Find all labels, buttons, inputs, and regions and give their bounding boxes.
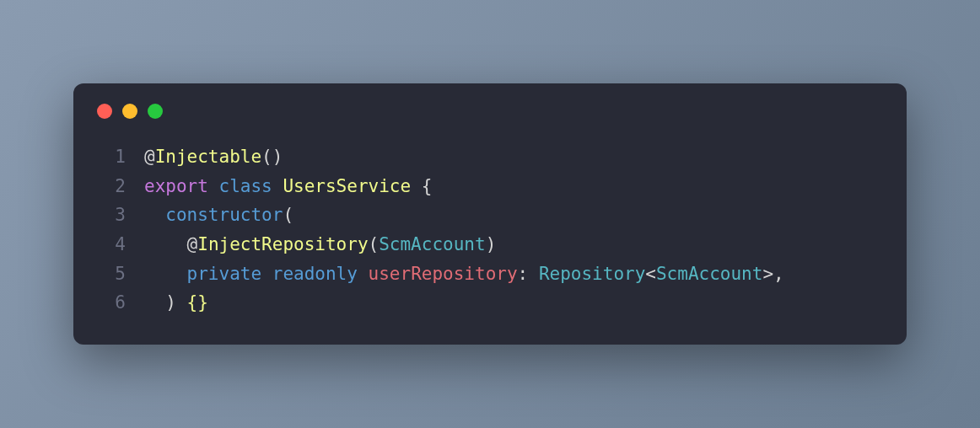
code-line: 5 private readonly userRepository: Repos…: [97, 259, 883, 289]
line-content: @InjectRepository(ScmAccount): [144, 230, 496, 259]
close-icon[interactable]: [97, 104, 112, 119]
code-line: 1@Injectable(): [97, 142, 883, 172]
maximize-icon[interactable]: [148, 104, 163, 119]
code-block: 1@Injectable()2export class UsersService…: [97, 142, 883, 318]
line-number: 2: [97, 172, 126, 201]
line-number: 4: [97, 230, 126, 259]
line-content: private readonly userRepository: Reposit…: [144, 259, 784, 289]
code-line: 3 constructor(: [97, 201, 883, 230]
code-line: 2export class UsersService {: [97, 172, 883, 201]
line-number: 1: [97, 142, 126, 172]
code-line: 6 ) {}: [97, 288, 883, 318]
code-line: 4 @InjectRepository(ScmAccount): [97, 230, 883, 259]
minimize-icon[interactable]: [122, 104, 137, 119]
titlebar: [97, 104, 883, 119]
line-number: 5: [97, 259, 126, 289]
line-content: ) {}: [144, 288, 208, 318]
line-content: @Injectable(): [144, 142, 283, 172]
line-number: 6: [97, 288, 126, 318]
code-window: 1@Injectable()2export class UsersService…: [73, 83, 907, 345]
line-content: constructor(: [144, 201, 293, 230]
line-number: 3: [97, 201, 126, 230]
line-content: export class UsersService {: [144, 172, 432, 201]
